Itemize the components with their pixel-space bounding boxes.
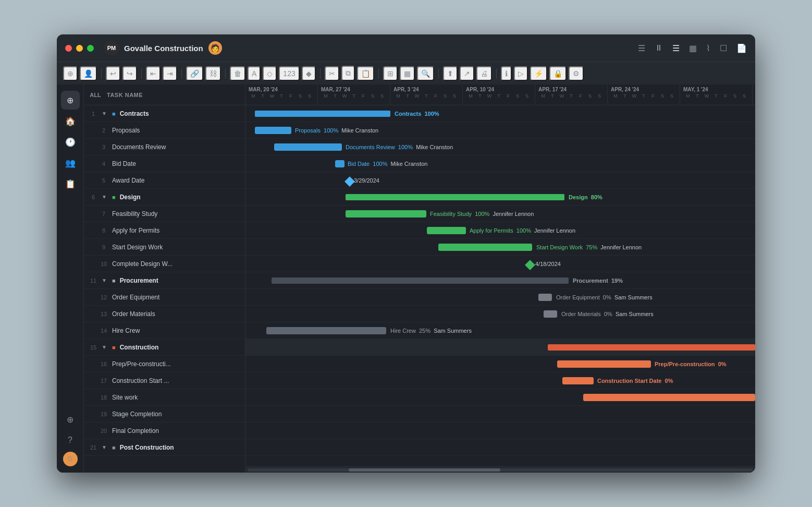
number-button[interactable]: 123: [279, 66, 299, 81]
sidebar-projects-icon[interactable]: 🏠: [61, 112, 80, 130]
diamond-award[interactable]: [345, 176, 355, 187]
export-button[interactable]: ⬆: [443, 66, 458, 81]
gantt-icon[interactable]: ☰: [672, 43, 680, 53]
bar-feasibility[interactable]: [346, 210, 426, 218]
text-button[interactable]: A: [248, 66, 261, 81]
task-row[interactable]: 5 Award Date: [84, 172, 245, 189]
expand-icon[interactable]: ▼: [102, 111, 109, 116]
bar-bid[interactable]: [335, 160, 345, 167]
task-row[interactable]: 18 Site work: [84, 389, 245, 406]
bar-hirecrew[interactable]: [266, 327, 386, 334]
gantt-row-finalcomp: [245, 422, 755, 439]
sidebar-recent-icon[interactable]: 🕐: [61, 132, 80, 151]
unlink-button[interactable]: ⛓: [205, 66, 221, 81]
chart-icon[interactable]: ⏸: [655, 43, 663, 53]
bar-conststart[interactable]: [562, 377, 594, 384]
print-button[interactable]: 🖨: [476, 66, 492, 81]
expand-icon[interactable]: ▼: [102, 194, 109, 200]
maximize-button[interactable]: [87, 45, 94, 52]
task-row[interactable]: 7 Feasibility Study: [84, 206, 245, 222]
diamond-complete[interactable]: [525, 260, 535, 270]
delete-button[interactable]: 🗑: [230, 66, 245, 81]
table-btn[interactable]: ▦: [400, 66, 415, 81]
bar-orderequip[interactable]: [538, 294, 552, 301]
task-row[interactable]: 13 Order Materials: [84, 306, 245, 322]
bar-construction[interactable]: [548, 344, 755, 351]
task-row[interactable]: 9 Start Design Work: [84, 239, 245, 256]
minimize-button[interactable]: [76, 45, 83, 52]
copy-button[interactable]: ⧉: [341, 66, 355, 81]
bar-ordermats[interactable]: [544, 310, 557, 318]
bar-prep[interactable]: [557, 360, 651, 368]
expand-icon[interactable]: ▼: [102, 444, 109, 450]
group-icon: ■: [112, 111, 116, 117]
gantt-row-procurement: Procurement 19%: [245, 272, 755, 289]
sidebar-add-icon[interactable]: ⊕: [61, 410, 80, 429]
lock-button[interactable]: 🔒: [549, 66, 567, 81]
task-row[interactable]: 12 Order Equipment: [84, 289, 245, 306]
gantt-row-sitework: [245, 389, 755, 406]
bar-contracts[interactable]: [255, 111, 390, 117]
outdent-button[interactable]: ⇥: [163, 66, 177, 81]
add-button[interactable]: ⊕: [63, 66, 78, 81]
zoom-button[interactable]: 🔍: [417, 66, 434, 81]
cut-button[interactable]: ✂: [325, 66, 339, 81]
redo-button[interactable]: ↪: [122, 66, 137, 81]
bar-permits[interactable]: [427, 227, 466, 234]
task-row[interactable]: 8 Apply for Permits: [84, 222, 245, 239]
bar-docs[interactable]: [274, 143, 342, 151]
week-label: MAR, 20 '24: [249, 87, 314, 92]
user-button[interactable]: 👤: [80, 66, 97, 81]
task-row[interactable]: 21 ▼ ■ Post Construction: [84, 439, 245, 456]
close-button[interactable]: [65, 45, 72, 52]
sidebar-team-icon[interactable]: 👥: [61, 153, 80, 172]
doc-icon[interactable]: 📄: [736, 43, 747, 53]
task-row[interactable]: 19 Stage Completion: [84, 406, 245, 422]
sidebar-tasks-icon[interactable]: 📋: [61, 174, 80, 193]
task-row[interactable]: 14 Hire Crew: [84, 322, 245, 339]
settings-button[interactable]: ⚙: [569, 66, 584, 81]
task-row[interactable]: 16 Prep/Pre-constructi...: [84, 356, 245, 372]
task-row[interactable]: 10 Complete Design W...: [84, 256, 245, 272]
filter-button[interactable]: ⚡: [530, 66, 547, 81]
gantt-scrollbar[interactable]: [245, 466, 755, 473]
row-number: 11: [88, 277, 99, 284]
task-row[interactable]: 6 ▼ ■ Design: [84, 189, 245, 206]
expand-icon[interactable]: ▼: [102, 344, 109, 350]
table-icon[interactable]: ▦: [689, 43, 697, 53]
menu-icon[interactable]: ☰: [638, 43, 645, 53]
bar-label-hirecrew: Hire Crew 25% Sam Summers: [390, 328, 472, 334]
gantt-timeline: MAR, 20 '24 MTWTFSS MAR, 27 '24 MTWTFSS …: [245, 84, 755, 105]
bar-procurement[interactable]: [272, 277, 569, 284]
shape-button[interactable]: ◇: [263, 66, 277, 81]
task-row[interactable]: 3 Documents Review: [84, 139, 245, 155]
undo-button[interactable]: ↩: [106, 66, 120, 81]
expand-icon[interactable]: ▼: [102, 277, 109, 283]
info-button[interactable]: ℹ: [501, 66, 512, 81]
task-row[interactable]: 11 ▼ ■ Procurement: [84, 272, 245, 289]
link-button[interactable]: 🔗: [186, 66, 203, 81]
calendar-icon[interactable]: ☐: [720, 43, 727, 53]
task-row[interactable]: 2 Proposals: [84, 122, 245, 139]
sidebar-help-icon[interactable]: ?: [61, 431, 80, 450]
bar-proposals[interactable]: [255, 127, 291, 134]
share-button[interactable]: ↗: [460, 66, 474, 81]
indent-button[interactable]: ⇤: [146, 66, 161, 81]
timeline-icon[interactable]: ⌇: [706, 43, 710, 53]
sidebar-user-icon[interactable]: G: [63, 452, 78, 466]
paste-button[interactable]: 📋: [357, 66, 374, 81]
bar-design[interactable]: [346, 194, 564, 200]
task-row[interactable]: 17 Construction Start ...: [84, 372, 245, 389]
task-row[interactable]: 1 ▼ ■ Contracts: [84, 105, 245, 122]
bar-startdesign[interactable]: [438, 244, 532, 251]
week-label: APR, 17 '24: [538, 87, 604, 92]
scrollbar-thumb[interactable]: [349, 468, 500, 472]
grid-button[interactable]: ⊞: [383, 66, 398, 81]
task-row[interactable]: 20 Final Completion: [84, 422, 245, 439]
task-row[interactable]: 4 Bid Date: [84, 155, 245, 172]
bar-sitework[interactable]: [583, 394, 755, 401]
filter-arrow-button[interactable]: ▷: [514, 66, 528, 81]
sidebar-home-icon[interactable]: ⊕: [61, 91, 80, 110]
task-row[interactable]: 15 ▼ ■ Construction: [84, 339, 245, 356]
diamond-button[interactable]: ◆: [302, 66, 316, 81]
